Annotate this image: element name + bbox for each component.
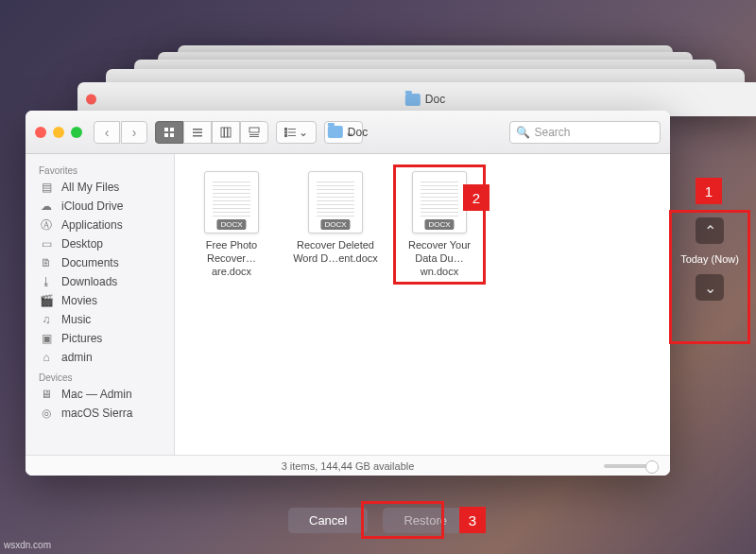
background-window-title: Doc — [405, 93, 445, 106]
chevron-down-icon: ⌄ — [299, 126, 308, 139]
gear-icon: ✻ — [333, 126, 342, 139]
all-my-files-icon: ▤ — [39, 181, 54, 194]
status-text: 3 items, 144,44 GB available — [282, 460, 415, 472]
list-view-button[interactable] — [183, 121, 212, 144]
cancel-button[interactable]: Cancel — [288, 508, 368, 533]
file-ext-badge: DOCX — [320, 219, 350, 230]
sidebar-section-header: Favorites — [26, 160, 174, 178]
movies-icon: 🎬 — [39, 294, 54, 307]
pictures-icon: ▣ — [39, 332, 54, 345]
svg-rect-9 — [228, 128, 231, 137]
file-thumbnail: DOCX — [204, 171, 259, 234]
svg-rect-14 — [284, 130, 287, 133]
documents-icon: 🗎 — [39, 256, 54, 269]
annotation-callout-2: 2 — [463, 184, 490, 211]
disk-icon: ◎ — [39, 407, 54, 420]
music-icon: ♫ — [39, 313, 54, 326]
folder-icon — [405, 94, 421, 106]
annotation-callout-3: 3 — [459, 507, 486, 533]
home-icon: ⌂ — [39, 351, 54, 364]
svg-rect-16 — [288, 129, 296, 130]
coverflow-view-button[interactable] — [240, 121, 268, 144]
downloads-icon: ⭳ — [39, 275, 54, 288]
annotation-box-timeline — [669, 210, 750, 344]
sort-icon — [284, 128, 296, 137]
svg-rect-2 — [164, 133, 168, 137]
svg-rect-8 — [225, 128, 228, 137]
nav-back-button[interactable]: ‹ — [94, 121, 120, 144]
sidebar-item-disk[interactable]: ◎macOS Sierra — [26, 404, 174, 423]
sort-button[interactable]: ⌄ — [276, 121, 317, 144]
svg-rect-18 — [288, 135, 296, 136]
sidebar-item-all-my-files[interactable]: ▤All My Files — [26, 178, 174, 197]
file-thumbnail: DOCX — [412, 171, 467, 234]
icon-view-button[interactable] — [155, 121, 183, 144]
svg-rect-15 — [284, 134, 287, 137]
file-browser[interactable]: DOCX Free PhotoRecover…are.docx DOCX Rec… — [175, 154, 670, 455]
sidebar-section-header: Devices — [26, 367, 174, 385]
sidebar-item-pictures[interactable]: ▣Pictures — [26, 329, 174, 348]
file-ext-badge: DOCX — [424, 219, 454, 230]
sidebar-item-downloads[interactable]: ⭳Downloads — [26, 272, 174, 291]
sidebar-item-icloud[interactable]: ☁iCloud Drive — [26, 197, 174, 216]
desktop-icon: ▭ — [39, 237, 54, 251]
file-thumbnail: DOCX — [308, 171, 363, 234]
file-label: Free PhotoRecover…are.docx — [188, 239, 275, 278]
applications-icon: Ⓐ — [39, 218, 54, 232]
sidebar-item-movies[interactable]: 🎬Movies — [26, 291, 174, 310]
traffic-lights — [35, 127, 82, 138]
sidebar-item-home[interactable]: ⌂admin — [26, 348, 174, 367]
sidebar: Favorites ▤All My Files ☁iCloud Drive ⒶA… — [26, 154, 175, 455]
search-input[interactable]: 🔍Search — [509, 121, 662, 144]
svg-rect-1 — [170, 128, 174, 131]
file-item[interactable]: DOCX Free PhotoRecover…are.docx — [188, 171, 275, 278]
cloud-icon: ☁ — [39, 199, 54, 213]
sidebar-item-music[interactable]: ♫Music — [26, 310, 174, 329]
file-label: Recover YourData Du…wn.docx — [400, 239, 479, 278]
close-button[interactable] — [35, 127, 46, 138]
sidebar-item-applications[interactable]: ⒶApplications — [26, 216, 174, 234]
svg-rect-13 — [284, 128, 287, 130]
status-bar: 3 items, 144,44 GB available — [26, 455, 670, 476]
action-button[interactable]: ✻⌄ — [324, 121, 363, 144]
icon-size-slider[interactable] — [604, 464, 657, 468]
titlebar: ‹ › ⌄ ✻⌄ 🔍Search Doc — [26, 111, 670, 154]
chevron-right-icon: › — [132, 125, 137, 140]
svg-rect-17 — [288, 131, 296, 132]
svg-rect-12 — [249, 136, 259, 137]
file-item[interactable]: DOCX Recover DeletedWord D…ent.docx — [292, 171, 379, 266]
computer-icon: 🖥 — [39, 388, 54, 401]
svg-rect-0 — [164, 128, 168, 131]
svg-rect-10 — [249, 128, 259, 132]
column-view-button[interactable] — [212, 121, 240, 144]
watermark: wsxdn.com — [4, 540, 51, 550]
file-label: Recover DeletedWord D…ent.docx — [293, 239, 378, 266]
nav-forward-button[interactable]: › — [121, 121, 147, 144]
sidebar-item-desktop[interactable]: ▭Desktop — [26, 234, 174, 253]
sidebar-item-documents[interactable]: 🗎Documents — [26, 253, 174, 272]
view-mode-segmented[interactable] — [155, 121, 268, 144]
zoom-button[interactable] — [71, 127, 82, 138]
close-icon[interactable] — [86, 95, 96, 105]
svg-rect-4 — [193, 129, 202, 130]
search-icon: 🔍 — [516, 126, 530, 139]
annotation-box-restore — [361, 501, 444, 539]
annotation-callout-1: 1 — [696, 178, 722, 204]
chevron-left-icon: ‹ — [105, 125, 110, 140]
svg-rect-5 — [193, 131, 202, 133]
svg-rect-6 — [193, 135, 202, 137]
sidebar-item-mac[interactable]: 🖥Mac — Admin — [26, 385, 174, 404]
svg-rect-3 — [170, 133, 174, 137]
chevron-down-icon: ⌄ — [345, 126, 354, 139]
svg-rect-7 — [221, 128, 224, 137]
finder-window: ‹ › ⌄ ✻⌄ 🔍Search Doc Favorites ▤All My F… — [26, 111, 670, 476]
file-ext-badge: DOCX — [216, 219, 246, 230]
minimize-button[interactable] — [53, 127, 64, 138]
svg-rect-11 — [249, 134, 259, 135]
